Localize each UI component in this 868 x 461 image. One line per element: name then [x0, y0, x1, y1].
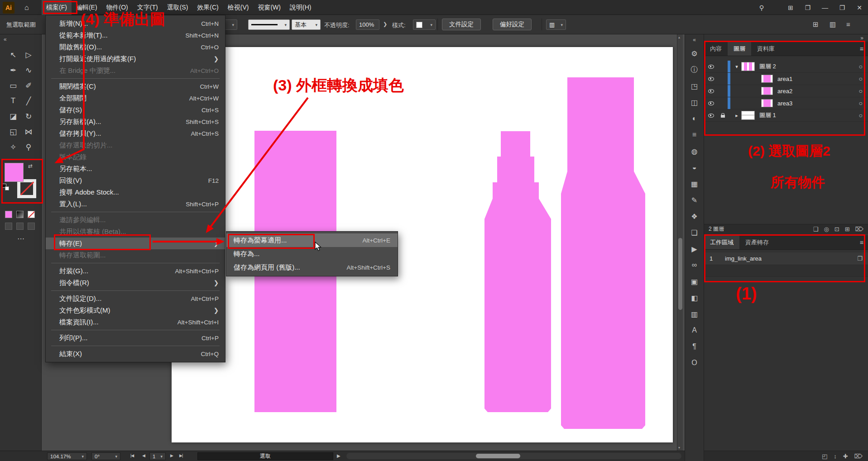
- layer-row-area2[interactable]: area2 ○: [704, 85, 868, 97]
- panel-layout-icon[interactable]: ▥: [830, 20, 836, 29]
- new-layer-icon[interactable]: ⊞: [845, 226, 850, 233]
- more-options-dropdown[interactable]: ▥ ▾: [546, 19, 566, 30]
- file-menu-item[interactable]: 轉存(E) ❯: [46, 238, 225, 249]
- collapse-toolbar-icon[interactable]: «: [4, 36, 7, 43]
- curvature-tool[interactable]: ∿: [21, 62, 36, 78]
- menubar-item[interactable]: 說明(H): [285, 0, 316, 15]
- none-button[interactable]: [28, 211, 35, 218]
- restore-button[interactable]: ❐: [834, 0, 851, 15]
- locate-object-icon[interactable]: ◎: [824, 226, 829, 233]
- vertical-scrollbar-thumb[interactable]: [678, 238, 682, 310]
- brush-definition-dropdown[interactable]: 基本 ▾: [292, 19, 321, 30]
- file-menu-item[interactable]: 打開最近使用過的檔案(F) ❯: [46, 53, 225, 65]
- symbols-panel-icon[interactable]: ❖: [687, 208, 702, 224]
- workspace-icon[interactable]: ❐: [799, 0, 816, 15]
- file-menu-item[interactable]: 指令檔(R) ❯: [46, 277, 225, 289]
- swap-fill-stroke-icon[interactable]: ⇄: [28, 163, 33, 169]
- properties-panel-icon[interactable]: ⚙: [687, 45, 702, 62]
- tab-artboards[interactable]: 工作區域: [704, 235, 739, 249]
- file-menu-item[interactable]: 封裝(G)... Alt+Shift+Ctrl+P: [46, 265, 225, 277]
- target-circle-icon[interactable]: ○: [859, 100, 863, 107]
- file-menu-item[interactable]: 開啟舊檔(O)... Ctrl+O: [46, 41, 225, 53]
- minimize-button[interactable]: —: [816, 0, 834, 15]
- file-menu-item[interactable]: 全部關閉 Alt+Ctrl+W: [46, 92, 225, 104]
- preferences-button[interactable]: 偏好設定: [493, 19, 532, 30]
- horizontal-scrollbar[interactable]: [346, 453, 681, 459]
- menubar-item[interactable]: 效果(C): [192, 0, 223, 15]
- expand-dock-icon[interactable]: «: [693, 34, 696, 45]
- tab-asset-export[interactable]: 資產轉存: [739, 235, 775, 249]
- object-thumbnail[interactable]: [761, 75, 773, 83]
- menubar-item[interactable]: 檢視(V): [223, 0, 254, 15]
- color-button[interactable]: [5, 211, 12, 218]
- scroll-down-icon[interactable]: ▾: [678, 446, 680, 450]
- grid-view-icon[interactable]: ⊞: [813, 20, 819, 29]
- file-menu-item[interactable]: [51, 346, 220, 346]
- stroke-profile-dropdown[interactable]: ▾: [248, 19, 290, 30]
- zoom-tool[interactable]: ⚲: [21, 139, 36, 155]
- type-tool[interactable]: T: [5, 93, 21, 109]
- menubar-item[interactable]: 文字(T): [133, 0, 163, 15]
- target-circle-icon[interactable]: ○: [859, 63, 863, 70]
- stroke-panel-icon[interactable]: ≡: [687, 127, 702, 143]
- tab-properties[interactable]: 內容: [704, 42, 728, 56]
- arrange-documents-icon[interactable]: ⊞: [782, 0, 799, 15]
- panel-menu-icon[interactable]: ≡: [860, 239, 863, 246]
- file-menu-item[interactable]: 儲存(S) Ctrl+S: [46, 104, 225, 116]
- menu-lines-icon[interactable]: ≡: [846, 20, 850, 28]
- style-dropdown[interactable]: ▾: [413, 19, 436, 30]
- file-menu-item[interactable]: 列印(P)... Ctrl+P: [46, 332, 225, 344]
- file-menu-item[interactable]: 儲存選取的切片...: [46, 139, 225, 151]
- default-fill-stroke-icon[interactable]: [2, 184, 10, 191]
- draw-behind-button[interactable]: [16, 223, 24, 230]
- object-name[interactable]: area2: [777, 88, 792, 95]
- file-menu-item[interactable]: 新增(N)... Ctrl+N: [46, 18, 225, 29]
- tab-layers[interactable]: 圖層: [728, 42, 751, 56]
- home-icon[interactable]: ⌂: [21, 0, 33, 15]
- width-tool[interactable]: ⋈: [21, 124, 36, 139]
- save-for-web-item[interactable]: 儲存為網頁用 (舊版)... Alt+Shift+Ctrl+S: [226, 261, 398, 274]
- pen-tool[interactable]: ✒: [5, 62, 21, 78]
- opacity-value-field[interactable]: 100%: [356, 19, 379, 30]
- stroke-color-swatch[interactable]: [17, 179, 36, 198]
- file-menu-item[interactable]: 關閉檔案(C) Ctrl+W: [46, 81, 225, 92]
- file-menu-item[interactable]: 另存新檔(A)... Shift+Ctrl+S: [46, 116, 225, 128]
- file-menu-item[interactable]: 邀請參與編輯...: [46, 214, 225, 226]
- resize-panel-icon[interactable]: ◰: [822, 453, 827, 460]
- fill-color-swatch[interactable]: [5, 163, 24, 182]
- scroll-up-icon[interactable]: ▴: [678, 35, 680, 39]
- file-menu-item[interactable]: 從範本新增(T)... Shift+Ctrl+N: [46, 29, 225, 41]
- file-menu-item[interactable]: 置入(L)... Shift+Ctrl+P: [46, 198, 225, 210]
- character-panel-icon[interactable]: A: [687, 322, 702, 338]
- layer-name[interactable]: 圖層 1: [759, 111, 776, 119]
- file-menu-item[interactable]: 回復(V) F12: [46, 175, 225, 186]
- status-flyout-icon[interactable]: ▶: [337, 453, 340, 458]
- file-menu-item[interactable]: [51, 212, 220, 212]
- menubar-item[interactable]: 選取(S): [163, 0, 193, 15]
- export-for-screens-item[interactable]: 轉存為螢幕適用... Alt+Ctrl+E: [226, 233, 398, 247]
- prev-artboard-button[interactable]: ◀: [142, 453, 145, 458]
- layer-thumbnail[interactable]: [741, 62, 755, 71]
- rectangle-tool[interactable]: ▭: [5, 78, 21, 93]
- line-segment-tool[interactable]: ╱: [21, 93, 36, 109]
- draw-normal-button[interactable]: [5, 223, 12, 230]
- file-menu-item[interactable]: [51, 290, 220, 291]
- actions-panel-icon[interactable]: ▶: [687, 241, 702, 257]
- file-menu-item[interactable]: [51, 330, 220, 330]
- file-menu-item[interactable]: 轉存選取範圍...: [46, 249, 225, 261]
- paragraph-panel-icon[interactable]: ¶: [687, 338, 702, 355]
- reorder-icon[interactable]: ↕: [834, 453, 837, 460]
- magenta-bottle-small-shape[interactable]: [484, 131, 551, 412]
- edit-toolbar-icon[interactable]: ⋯: [0, 234, 42, 243]
- artboard-name[interactable]: img_link_area: [725, 255, 762, 262]
- file-menu-item[interactable]: 另存範本...: [46, 163, 225, 175]
- gradient-button[interactable]: [16, 211, 24, 218]
- layer-row-layer1[interactable]: ▸ 圖層 1 ○: [704, 109, 868, 122]
- target-circle-icon[interactable]: ○: [859, 87, 863, 95]
- collapse-layer-icon[interactable]: ▾: [732, 64, 741, 70]
- file-menu-item[interactable]: 結束(X) Ctrl+Q: [46, 348, 225, 360]
- visibility-eye-icon[interactable]: [708, 77, 714, 81]
- layer-row-area3[interactable]: area3 ○: [704, 97, 868, 109]
- opentype-panel-icon[interactable]: O: [687, 355, 702, 371]
- links-panel-icon[interactable]: ∞: [687, 257, 702, 273]
